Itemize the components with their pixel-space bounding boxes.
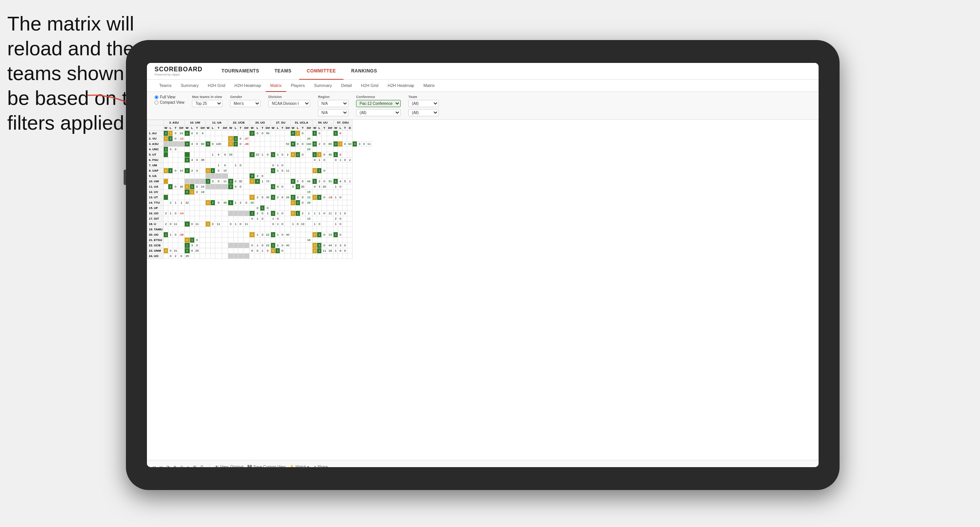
share-button[interactable]: ↗ Share [313, 465, 328, 467]
cell: 0 [163, 168, 168, 174]
sub-nav-matrix[interactable]: Matrix [266, 80, 286, 92]
nav-rankings[interactable]: RANKINGS [343, 63, 385, 80]
cell [228, 232, 233, 238]
cell: 22 [265, 232, 271, 238]
nav-committee[interactable]: COMMITTEE [299, 63, 344, 80]
cell [243, 227, 250, 232]
cell: 0 [173, 131, 178, 136]
team-select[interactable]: (All) [408, 100, 439, 107]
cell: 0 [228, 136, 233, 141]
row-label: 12. UV [147, 190, 164, 195]
cell [250, 163, 255, 168]
cell: 0 [206, 168, 211, 174]
division-select[interactable]: NCAA Division I [268, 100, 310, 107]
cell: 11 [285, 168, 291, 174]
cell: 3 [190, 243, 194, 248]
cell: 0 [184, 190, 190, 195]
cell [338, 163, 343, 168]
sub-nav-h2h-heatmap[interactable]: H2H Heatmap [230, 80, 266, 92]
zoom-out-button[interactable]: ⊙ [180, 465, 183, 467]
cell: 20 [300, 184, 305, 190]
cell [347, 222, 353, 227]
region-select[interactable]: N/A [318, 100, 348, 107]
cell [322, 222, 327, 227]
view-original-button[interactable]: 👁 View: Original [215, 465, 244, 467]
layout-button[interactable]: ⊞ [193, 465, 196, 467]
cell [233, 211, 238, 216]
cell [305, 254, 312, 259]
cell: 0 [312, 248, 317, 254]
cell [285, 238, 291, 243]
save-custom-view-button[interactable]: 💾 Save Custom View [247, 465, 285, 467]
cell [300, 190, 305, 195]
cell [291, 174, 296, 179]
refresh-button[interactable]: ⟳ [166, 465, 169, 467]
nav-tournaments[interactable]: TOURNAMENTS [214, 63, 267, 80]
sub-nav-detail[interactable]: Detail [337, 80, 356, 92]
cell: 2 [285, 152, 291, 157]
cell: 0 [338, 131, 343, 136]
sub-nav-h2h-grid[interactable]: H2H Grid [203, 80, 230, 92]
cell [255, 190, 260, 195]
cell [215, 227, 222, 232]
cell [250, 141, 255, 147]
cell [333, 174, 338, 179]
cell: 12 [305, 195, 312, 200]
cell: 3 [228, 179, 233, 184]
cell: 0 [238, 163, 243, 168]
cell [255, 157, 260, 163]
undo-button[interactable]: ↩ [153, 465, 156, 467]
sub-nav-summary[interactable]: Summary [176, 80, 203, 92]
sub-nav-players[interactable]: Players [286, 80, 309, 92]
cell: 0 [194, 243, 200, 248]
full-view-radio-input[interactable] [155, 95, 158, 99]
table-row: 13. UT 02030 12026 22012 020-18 10 [147, 195, 372, 200]
sub-nav-players-summary[interactable]: Summary [309, 80, 337, 92]
cell: 4 [215, 152, 222, 157]
cell [327, 163, 334, 168]
compact-view-radio-input[interactable] [155, 101, 158, 104]
sub-nav-players-h2h-heatmap[interactable]: H2H Heatmap [383, 80, 419, 92]
cell: 0 [312, 157, 317, 163]
cell [190, 232, 194, 238]
region-sub-select[interactable]: N/A [318, 109, 348, 116]
cell: 2 [163, 248, 168, 254]
compact-view-radio[interactable]: Compact View [155, 100, 184, 104]
cell: 1 [233, 200, 238, 206]
conference-sub-select[interactable]: (All) [356, 109, 401, 116]
cell [163, 190, 168, 195]
max-teams-select[interactable]: Top 25 [192, 100, 222, 107]
sub-nav-players-matrix[interactable]: Matrix [419, 80, 439, 92]
zoom-in-button[interactable]: ⊕ [173, 465, 176, 467]
matrix-content[interactable]: 3. ASU 10. UW 11. UA 22. UCB 24. UO 27. … [147, 120, 819, 460]
grid-button[interactable]: ÷ [187, 465, 189, 467]
timer-button[interactable]: ⏱ [200, 465, 204, 467]
col-w-ucla: W [291, 125, 296, 131]
nav-teams[interactable]: TEAMS [267, 63, 299, 80]
cell: 11 [327, 211, 334, 216]
full-view-radio[interactable]: Full View [155, 95, 184, 99]
conference-select[interactable]: Pac-12 Conference [356, 100, 401, 107]
sub-nav-players-h2h-grid[interactable]: H2H Grid [356, 80, 383, 92]
cell [200, 206, 206, 211]
cell [233, 168, 238, 174]
team-sub-select[interactable]: (All) [408, 109, 439, 116]
cell: 0 [255, 206, 260, 211]
cell [312, 206, 317, 211]
cell [333, 168, 338, 174]
col-l-asu: L [168, 125, 173, 131]
cell [210, 174, 215, 179]
gender-select[interactable]: Men's [230, 100, 261, 107]
sub-nav-teams[interactable]: Teams [155, 80, 176, 92]
cell: 2 [255, 195, 260, 200]
view-original-label: View: Original [220, 465, 244, 467]
cell [295, 254, 300, 259]
cell [200, 232, 206, 238]
cell [322, 254, 327, 259]
cell [168, 152, 173, 157]
watch-button[interactable]: 🔔 Watch ▾ [289, 465, 309, 467]
redo-button[interactable]: ↪ [160, 465, 163, 467]
cell [322, 136, 327, 141]
cell [210, 254, 215, 259]
cell [243, 179, 250, 184]
